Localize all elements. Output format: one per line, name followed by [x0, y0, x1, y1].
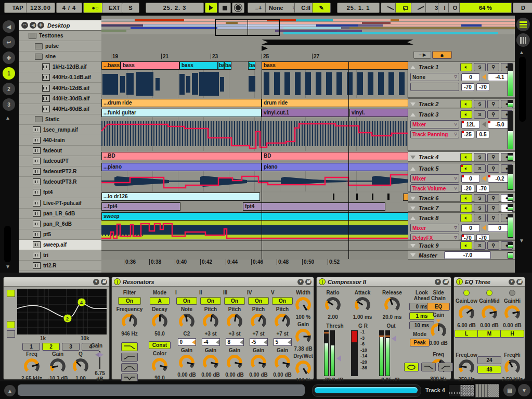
list-item-selected[interactable]: sweep.aif	[19, 240, 101, 250]
clip[interactable]: vinyl.cut.1	[262, 109, 349, 117]
track-name[interactable]: Track 8	[419, 215, 438, 221]
gainmid-knob[interactable]	[482, 305, 497, 321]
res5-gain-knob[interactable]	[275, 355, 290, 370]
stop-button[interactable]	[218, 3, 231, 13]
const-button[interactable]: Const	[149, 341, 171, 349]
solo-button[interactable]: S	[474, 153, 486, 161]
file-browser-3-button[interactable]: 3	[3, 98, 15, 111]
monitor-button[interactable]: ⚲	[487, 63, 499, 71]
res4-pitch-value[interactable]: +7 st	[252, 331, 264, 337]
tempo-display[interactable]: 123.00	[26, 3, 55, 13]
beat-time-ruler[interactable]: 19 21 23 25 27	[101, 52, 408, 62]
master-volume-value[interactable]: -7.0	[444, 251, 491, 259]
res5-pitch-value[interactable]: +7 st	[276, 331, 288, 337]
track-header-7[interactable]: Track 7 🔈︎ S ⚲ ●	[408, 202, 515, 212]
monitor-button[interactable]: ⚲	[487, 241, 499, 250]
solo-button[interactable]: S	[474, 164, 486, 173]
gainmid-value[interactable]: 0.00 dB	[480, 323, 499, 328]
browser-scroll-up[interactable]: ▲	[5, 115, 10, 121]
clip[interactable]: ...fpt4	[101, 202, 180, 211]
output-gain-slider[interactable]	[97, 351, 102, 369]
browser-scrollbar-thumb[interactable]	[4, 226, 11, 262]
device-title-bar[interactable]: | EQ Three ▼💾︎	[454, 277, 525, 287]
send-a-value[interactable]: -25	[461, 131, 474, 138]
clip[interactable]: bass	[121, 61, 179, 70]
list-item[interactable]: fadeoutPT2.R	[19, 166, 101, 177]
device-activator[interactable]: |	[114, 278, 121, 285]
device-view-rect[interactable]	[448, 384, 475, 397]
res1-note-value[interactable]: C2	[184, 331, 190, 337]
list-item[interactable]: 1sec_ramp.aif	[19, 125, 101, 135]
device-chooser[interactable]: Mixer▽	[410, 174, 459, 183]
list-item[interactable]: 440-train	[19, 135, 101, 146]
browser-scroll-down[interactable]: ▼	[5, 264, 10, 269]
clip[interactable]: fpt4	[243, 202, 385, 211]
gainlow-kn ob[interactable]	[459, 305, 474, 321]
device-thumbnail[interactable]	[475, 384, 487, 397]
master-track-lane[interactable]	[101, 250, 408, 260]
color-knob[interactable]	[152, 358, 167, 374]
track-header-1[interactable]: Track 1 🔈︎ S ⚲ ● None▽ 0 -4.1 -70 -70	[408, 61, 515, 98]
list-item[interactable]: 440Hz-60dB.aif	[19, 104, 101, 114]
list-item[interactable]: Testtones	[19, 31, 101, 41]
drywet-knob[interactable]	[295, 361, 311, 376]
solo-button[interactable]: S	[474, 63, 486, 71]
monitor-button[interactable]: ⚲	[487, 110, 499, 119]
decay-value[interactable]: 50.0	[154, 331, 164, 337]
send-b-value[interactable]: -70	[476, 83, 489, 91]
res4-on-button[interactable]: On	[248, 297, 269, 305]
control-chooser[interactable]: Track Panning▽	[410, 130, 459, 138]
loop-start-display[interactable]: 25. 1. 1	[337, 3, 380, 13]
filter-on-button[interactable]: On	[118, 297, 141, 305]
monitor-button[interactable]: ⚲	[487, 194, 499, 202]
decay-knob[interactable]	[152, 314, 167, 329]
forward-icon[interactable]: ✚	[37, 22, 44, 29]
master-track-header[interactable]: Master -7.0	[408, 250, 515, 260]
track-activator-button[interactable]: 🔈︎	[460, 241, 472, 250]
fold-device-icon[interactable]: ▼	[435, 279, 441, 285]
play-button[interactable]	[205, 3, 217, 13]
band-2-button[interactable]: 2	[42, 343, 60, 351]
follow-button[interactable]: ···▶	[413, 51, 431, 59]
list-item[interactable]: pulse	[19, 41, 101, 52]
overload-indicator[interactable]: D	[513, 3, 532, 13]
mode-a-button[interactable]: A	[150, 297, 170, 305]
res2-pitch-value[interactable]: +3 st	[204, 331, 216, 337]
pan-value[interactable]: 12L	[461, 121, 480, 128]
clip-fragment[interactable]	[403, 194, 408, 201]
plugin-browser-button[interactable]: ✚	[3, 52, 15, 64]
clip[interactable]: ...lo dr126	[101, 192, 260, 201]
track-activator-button[interactable]: 🔈︎	[460, 214, 472, 222]
res4-gain-value[interactable]: 0.00 dB	[249, 372, 268, 378]
res1-fine-box[interactable]: 0	[178, 338, 196, 346]
list-item[interactable]: fadeoutPT	[19, 156, 101, 166]
monitor-button[interactable]: ⚲	[487, 100, 499, 108]
track-name[interactable]: Track 1	[419, 64, 438, 70]
track-name[interactable]: Track 4	[419, 154, 438, 160]
filter-bandpass-button[interactable]	[121, 363, 138, 372]
gainhi-value[interactable]: 0.00 dB	[503, 323, 522, 328]
fold-track-button[interactable]	[410, 102, 416, 106]
res-gain-knob[interactable]	[295, 329, 311, 344]
list-item[interactable]: pt5	[19, 229, 101, 240]
attack-value[interactable]: 1.00 ms	[353, 314, 372, 320]
res2-gain-knob[interactable]	[203, 355, 218, 370]
session-view-toggle[interactable]	[516, 33, 530, 47]
track2-clip-lane[interactable]: ...drum ride drum ride	[101, 99, 408, 108]
sidechain-eq-button[interactable]: EQ	[427, 303, 450, 311]
device-browser-button[interactable]: ↩	[3, 36, 15, 48]
sc-gain-value[interactable]: 0.00 dB	[429, 340, 448, 346]
clip[interactable]: bass	[179, 61, 218, 70]
track-header-2[interactable]: Track 2 🔈︎ S ⚲ ●	[408, 98, 515, 108]
list-item[interactable]: Static	[19, 114, 101, 125]
device-chooser[interactable]: Mixer▽	[410, 120, 459, 128]
monitor-button[interactable]: ⚲	[487, 204, 499, 212]
save-preset-icon[interactable]: 💾︎	[101, 279, 107, 285]
track4-clip-lane[interactable]: ...BD BD	[101, 152, 408, 161]
res5-fine-box[interactable]: 5	[274, 338, 292, 346]
kill-hi-button[interactable]: H	[500, 330, 524, 338]
band-toggles-cropped[interactable]	[7, 290, 15, 342]
seconds-ruler[interactable]: 0:36 0:38 0:40 0:42 0:44 0:46 0:48 0:50 …	[101, 259, 408, 269]
res1-gain-knob[interactable]	[179, 355, 194, 370]
arrangement-overview[interactable]	[101, 19, 515, 36]
